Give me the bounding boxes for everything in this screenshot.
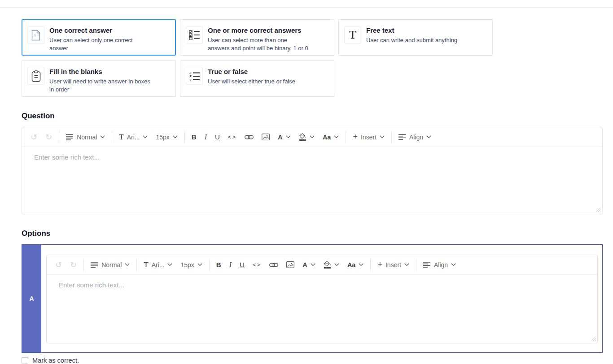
font-family-icon: T: [119, 133, 123, 142]
option-letter-badge: A: [22, 245, 41, 352]
card-description: User can write and submit anything: [366, 36, 457, 44]
toolbar-separator: [112, 131, 112, 143]
italic-button[interactable]: I: [201, 130, 211, 144]
bold-button[interactable]: B: [188, 130, 201, 144]
plus-icon: +: [377, 260, 382, 269]
paragraph-style-dropdown[interactable]: Normal: [62, 130, 109, 144]
undo-icon: ↺: [31, 133, 37, 141]
insert-dropdown[interactable]: + Insert: [349, 130, 389, 144]
undo-button[interactable]: ↺: [26, 130, 41, 144]
card-title: One correct answer: [49, 26, 133, 35]
link-icon: [269, 262, 278, 268]
font-size-dropdown[interactable]: 15px: [152, 130, 181, 144]
question-editor: ↺ ↻ Normal T Ari... 15px: [22, 127, 603, 214]
chevron-down-icon: [197, 263, 202, 266]
top-divider: [0, 0, 613, 8]
toolbar-separator: [416, 259, 416, 271]
chevron-down-icon: [286, 135, 291, 139]
mark-correct-label[interactable]: Mark as correct.: [32, 357, 79, 364]
redo-button[interactable]: ↻: [41, 130, 56, 144]
clipboard-icon: [27, 68, 44, 85]
chevron-down-icon: [167, 263, 172, 266]
card-description: User can select only one correct answer: [49, 36, 133, 52]
free-text-icon: T: [344, 26, 361, 43]
image-button[interactable]: [282, 258, 298, 272]
card-one-correct-answer[interactable]: 1 One correct answer User can select onl…: [22, 19, 176, 56]
text-color-dropdown[interactable]: A: [298, 258, 320, 272]
svg-text:?: ?: [189, 78, 192, 82]
options-heading: Options: [22, 229, 603, 238]
option-a-editor-body[interactable]: Enter some rich text...: [47, 275, 597, 343]
highlight-color-dropdown[interactable]: [295, 130, 319, 144]
underline-button[interactable]: U: [211, 130, 224, 144]
card-description: User will select either true or false: [208, 78, 295, 86]
card-one-or-more-correct-answers[interactable]: One or more correct answers User can sel…: [180, 19, 334, 56]
question-type-cards: 1 One correct answer User can select onl…: [22, 19, 603, 97]
toolbar-separator: [209, 259, 210, 271]
editor-placeholder: Enter some rich text...: [34, 153, 100, 161]
option-a-editor: ↺ ↻ Normal T Ari...: [46, 255, 598, 343]
link-button[interactable]: [265, 258, 282, 272]
rich-text-toolbar: ↺ ↻ Normal T Ari...: [47, 255, 597, 275]
chevron-down-icon: [100, 135, 105, 139]
align-dropdown[interactable]: Align: [419, 258, 460, 272]
toolbar-separator: [83, 259, 84, 271]
card-description: User will need to write answer in boxes …: [49, 78, 150, 93]
redo-button[interactable]: ↻: [66, 258, 81, 272]
chevron-down-icon: [143, 135, 148, 139]
undo-button[interactable]: ↺: [51, 258, 66, 272]
link-button[interactable]: [241, 130, 258, 144]
toolbar-separator: [370, 259, 371, 271]
chevron-down-icon: [125, 263, 130, 266]
card-fill-in-the-blanks[interactable]: Fill in the blanks User will need to wri…: [22, 61, 176, 97]
question-builder-page: 1 One correct answer User can select onl…: [0, 0, 613, 364]
italic-button[interactable]: I: [225, 258, 236, 272]
rich-text-toolbar: ↺ ↻ Normal T Ari... 15px: [22, 127, 602, 147]
editor-placeholder: Enter some rich text...: [59, 281, 124, 289]
option-a-block: A ↺ ↻ Normal T: [22, 244, 603, 353]
chevron-down-icon: [380, 135, 385, 139]
paragraph-format-icon: [91, 262, 98, 268]
link-icon: [245, 134, 254, 140]
highlight-color-dropdown[interactable]: [320, 258, 343, 272]
align-dropdown[interactable]: Align: [394, 130, 435, 144]
chevron-down-icon: [310, 135, 315, 139]
resize-grip[interactable]: [591, 337, 596, 342]
text-case-dropdown[interactable]: Aa: [319, 130, 343, 144]
code-button[interactable]: <>: [224, 130, 241, 144]
chevron-down-icon: [359, 263, 363, 266]
toolbar-separator: [184, 131, 185, 143]
checklist-icon: [186, 26, 203, 43]
chevron-down-icon: [334, 135, 339, 139]
highlight-color-icon: [299, 133, 306, 141]
card-title: One or more correct answers: [208, 26, 308, 35]
insert-dropdown[interactable]: + Insert: [373, 258, 413, 272]
font-family-dropdown[interactable]: T Ari...: [115, 130, 152, 144]
image-icon: [286, 261, 294, 268]
font-size-dropdown[interactable]: 15px: [176, 258, 206, 272]
bold-button[interactable]: B: [212, 258, 225, 272]
question-editor-body[interactable]: Enter some rich text...: [22, 147, 602, 214]
paragraph-format-icon: [66, 134, 74, 140]
chevron-down-icon: [451, 263, 456, 266]
font-family-dropdown[interactable]: T Ari...: [140, 258, 176, 272]
toolbar-separator: [136, 259, 137, 271]
image-button[interactable]: [258, 130, 274, 144]
redo-icon: ↻: [45, 133, 52, 141]
underline-button[interactable]: U: [236, 258, 249, 272]
resize-grip[interactable]: [596, 208, 601, 212]
card-free-text[interactable]: T Free text User can write and submit an…: [338, 19, 493, 56]
toolbar-separator: [59, 131, 59, 143]
paragraph-style-dropdown[interactable]: Normal: [87, 258, 134, 272]
card-description: User can select more than one answers an…: [208, 36, 308, 52]
image-icon: [262, 134, 270, 140]
document-one-icon: 1: [27, 26, 44, 43]
card-title: True or false: [208, 68, 295, 76]
align-left-icon: [423, 262, 431, 268]
text-case-dropdown[interactable]: Aa: [343, 258, 368, 272]
chevron-down-icon: [311, 263, 315, 266]
text-color-dropdown[interactable]: A: [274, 130, 295, 144]
code-button[interactable]: <>: [249, 258, 265, 272]
mark-correct-checkbox[interactable]: [22, 357, 28, 364]
card-true-or-false[interactable]: ✓ ✗ ? True or false User will select eit…: [180, 61, 334, 97]
